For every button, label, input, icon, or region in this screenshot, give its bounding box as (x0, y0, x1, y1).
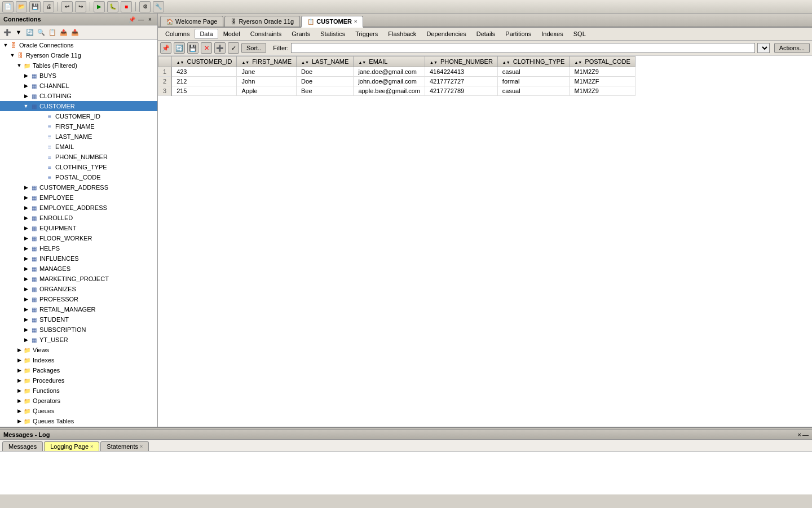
refresh-data-btn[interactable]: 🔄 (174, 42, 185, 54)
cell-first-name[interactable]: John (237, 77, 297, 86)
expander-caddr[interactable]: ▶ (23, 184, 29, 191)
col-header-email[interactable]: ▲▼ EMAIL (354, 56, 425, 67)
properties-btn[interactable]: 📋 (47, 27, 58, 37)
expander-clothing[interactable]: ▶ (23, 93, 29, 99)
tree-ryerson[interactable]: ▼ 🗄 Ryerson Oracle 11g (0, 50, 157, 60)
tree-operators[interactable]: ▶ 📁 Operators (0, 396, 157, 406)
cell-last-name[interactable]: Bee (297, 86, 354, 96)
tree-influences[interactable]: ▶ ▦ INFLUENCES (0, 253, 157, 264)
cell-first-name[interactable]: Jane (237, 67, 297, 77)
expander-helps[interactable]: ▶ (23, 245, 29, 252)
tree-col-last-name[interactable]: ≡ LAST_NAME (0, 132, 157, 142)
tab-welcome-page[interactable]: 🏠 Welcome Page (160, 16, 223, 27)
expander-customer[interactable]: ▼ (23, 103, 29, 110)
cell-email[interactable]: jane.doe@gmail.com (354, 67, 425, 77)
tree-col-first-name[interactable]: ≡ FIRST_NAME (0, 121, 157, 132)
expander-fw[interactable]: ▶ (23, 235, 29, 242)
expander-views[interactable]: ▶ (16, 347, 23, 353)
expander-tables[interactable]: ▼ (16, 62, 23, 69)
col-header-postal-code[interactable]: ▲▼ POSTAL_CODE (570, 56, 635, 67)
tree-channel[interactable]: ▶ ▦ CHANNEL (0, 81, 157, 91)
table-row[interactable]: 2 212 John Doe john.doe@gmail.com 421777… (158, 77, 636, 86)
import-btn[interactable]: 📥 (70, 27, 80, 37)
tree-clothing[interactable]: ▶ ▦ CLOTHING (0, 91, 157, 101)
actions-dropdown[interactable]: Actions... (774, 43, 810, 53)
expander-procedures[interactable]: ▶ (16, 377, 23, 384)
tree-queues-tables[interactable]: ▶ 📁 Queues Tables (0, 416, 157, 426)
run-btn[interactable]: ▶ (94, 1, 105, 12)
expander-rm[interactable]: ▶ (23, 306, 29, 313)
cell-customer-id[interactable]: 215 (171, 86, 237, 96)
bottom-tab-statements-close[interactable]: × (140, 444, 143, 449)
sort-icon-customer-id[interactable]: ▲▼ (176, 60, 184, 64)
sort-icon-postal-code[interactable]: ▲▼ (574, 60, 582, 64)
cell-last-name[interactable]: Doe (297, 67, 354, 77)
bottom-tab-statements[interactable]: Statements × (100, 441, 149, 451)
tree-floor-worker[interactable]: ▶ ▦ FLOOR_WORKER (0, 233, 157, 243)
dropdown-btn[interactable]: ▼ (14, 27, 24, 37)
expander-organizes[interactable]: ▶ (23, 286, 29, 292)
cell-clothing-type[interactable]: formal (497, 77, 570, 86)
col-header-last-name[interactable]: ▲▼ LAST_NAME (297, 56, 354, 67)
cell-last-name[interactable]: Doe (297, 77, 354, 86)
col-header-customer-id[interactable]: ▲▼ CUSTOMER_ID (171, 56, 237, 67)
sub-tab-indexes[interactable]: Indexes (536, 29, 568, 39)
cell-phone-number[interactable]: 4164224413 (425, 67, 498, 77)
freeze-btn[interactable]: 📌 (160, 42, 171, 54)
filter-input[interactable] (291, 43, 755, 53)
bottom-tab-logging-close[interactable]: × (90, 444, 93, 449)
expander-enrolled[interactable]: ▶ (23, 214, 29, 221)
extra-btn[interactable]: ⚙ (139, 1, 151, 12)
expander-professor[interactable]: ▶ (23, 296, 29, 303)
tree-professor[interactable]: ▶ ▦ PROFESSOR (0, 294, 157, 304)
cell-phone-number[interactable]: 4217772789 (425, 86, 498, 96)
open-file-btn[interactable]: 📂 (16, 1, 27, 12)
filter-dropdown[interactable] (757, 43, 770, 53)
tree-queues[interactable]: ▶ 📁 Queues (0, 406, 157, 416)
stop-btn[interactable]: ■ (121, 1, 132, 12)
sub-tab-columns[interactable]: Columns (160, 29, 195, 39)
expander-yt-user[interactable]: ▶ (23, 336, 29, 343)
cell-customer-id[interactable]: 212 (171, 77, 237, 86)
tree-tables-filtered[interactable]: ▼ 📁 Tables (Filtered) (0, 60, 157, 71)
tree-employee-address[interactable]: ▶ ▦ EMPLOYEE_ADDRESS (0, 203, 157, 213)
expander-influences[interactable]: ▶ (23, 255, 29, 262)
sort-icon-phone-number[interactable]: ▲▼ (430, 60, 438, 64)
debug-btn[interactable]: 🐛 (107, 1, 118, 12)
table-row[interactable]: 1 423 Jane Doe jane.doe@gmail.com 416422… (158, 67, 636, 77)
expander-buys[interactable]: ▶ (23, 72, 29, 79)
tree-customer-address[interactable]: ▶ ▦ CUSTOMER_ADDRESS (0, 182, 157, 192)
new-file-btn[interactable]: 📄 (2, 1, 14, 12)
expander-functions[interactable]: ▶ (16, 387, 23, 394)
expander-mp[interactable]: ▶ (23, 275, 29, 282)
extra-btn-2[interactable]: 🔧 (153, 1, 164, 12)
sub-tab-statistics[interactable]: Statistics (315, 29, 350, 39)
sub-tab-details[interactable]: Details (471, 29, 501, 39)
cell-phone-number[interactable]: 4217772727 (425, 77, 498, 86)
sort-button[interactable]: Sort.. (241, 43, 266, 53)
tree-yt-user[interactable]: ▶ ▦ YT_USER (0, 335, 157, 345)
cell-postal-code[interactable]: M1M2Z9 (570, 67, 635, 77)
sub-tab-grants[interactable]: Grants (286, 29, 315, 39)
tree-views[interactable]: ▶ 📁 Views (0, 345, 157, 355)
tab-customer[interactable]: 📋 CUSTOMER × (301, 16, 363, 28)
tree-equipment[interactable]: ▶ ▦ EQUIPMENT (0, 223, 157, 233)
panel-close-icon[interactable]: × (146, 15, 154, 23)
save-btn[interactable]: 💾 (29, 1, 41, 12)
tree-customer[interactable]: ▼ ▦ CUSTOMER (0, 101, 157, 111)
col-header-phone-number[interactable]: ▲▼ PHONE_NUMBER (425, 56, 498, 67)
tree-col-clothing-type[interactable]: ≡ CLOTHING_TYPE (0, 162, 157, 172)
tree-marketing-project[interactable]: ▶ ▦ MARKETING_PROJECT (0, 274, 157, 284)
sub-tab-model[interactable]: Model (218, 29, 245, 39)
sub-tab-constraints[interactable]: Constraints (245, 29, 287, 39)
expander-queues[interactable]: ▶ (16, 408, 23, 414)
redo-btn[interactable]: ↪ (75, 1, 86, 12)
sort-icon-first-name[interactable]: ▲▼ (241, 60, 249, 64)
bottom-close-icon[interactable]: × (798, 431, 801, 438)
expander-manages[interactable]: ▶ (23, 265, 29, 272)
sort-icon-last-name[interactable]: ▲▼ (301, 60, 309, 64)
cell-postal-code[interactable]: M1M2Z9 (570, 86, 635, 96)
expander-oracle-connections[interactable]: ▼ (2, 42, 9, 49)
expander-subscription[interactable]: ▶ (23, 326, 29, 333)
sub-tab-sql[interactable]: SQL (568, 29, 591, 39)
